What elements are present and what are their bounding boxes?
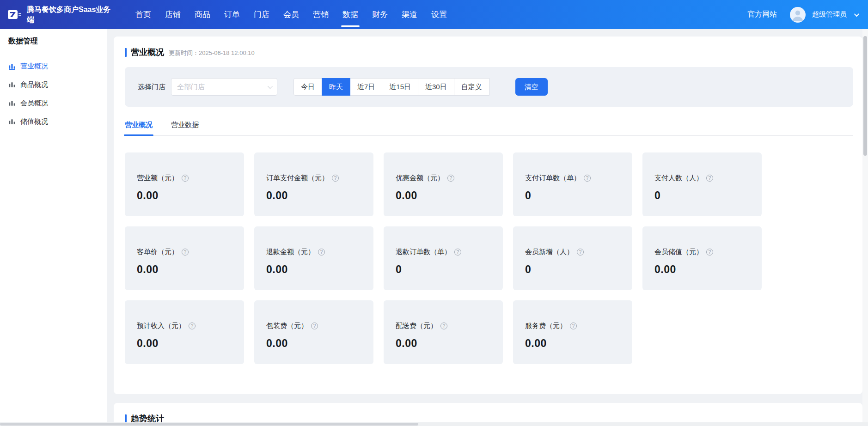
official-site-link[interactable]: 官方网站: [747, 10, 777, 19]
stat-label: 预计收入（元）: [137, 322, 185, 330]
avatar[interactable]: [790, 7, 806, 23]
stat-label-row: 营业额（元） ?: [137, 174, 236, 183]
stat-value: 0.00: [266, 337, 365, 350]
stat-value: 0: [396, 263, 495, 276]
stat-card: 会员储值（元） ? 0.00: [642, 226, 762, 290]
tab[interactable]: 营业概况: [125, 121, 153, 135]
date-range-button[interactable]: 自定义: [454, 78, 489, 96]
stat-label-row: 支付人数（人） ?: [654, 174, 753, 183]
stat-label: 包装费（元）: [266, 322, 308, 330]
clear-button[interactable]: 清空: [515, 78, 548, 96]
help-icon[interactable]: ?: [577, 249, 584, 256]
nav-item[interactable]: 营销: [313, 0, 329, 29]
help-icon[interactable]: ?: [332, 175, 339, 182]
sidebar-item[interactable]: 商品概况: [0, 75, 107, 94]
help-icon[interactable]: ?: [454, 249, 461, 256]
stat-label-row: 优惠金额（元） ?: [396, 174, 495, 183]
nav-item[interactable]: 店铺: [165, 0, 181, 29]
logo-icon: [7, 9, 22, 21]
help-icon[interactable]: ?: [447, 175, 454, 182]
horizontal-scrollbar-thumb[interactable]: [0, 423, 418, 426]
help-icon[interactable]: ?: [440, 323, 447, 329]
nav-item[interactable]: 商品: [195, 0, 210, 29]
stat-label: 支付订单数（单）: [525, 174, 581, 183]
help-icon[interactable]: ?: [706, 249, 713, 256]
nav-item-label: 首页: [135, 9, 151, 20]
stat-card: 支付订单数（单） ? 0: [513, 152, 632, 216]
nav-item[interactable]: 订单: [224, 0, 240, 29]
stat-label: 支付人数（人）: [654, 174, 703, 183]
overview-header: 营业概况 更新时间：2025-06-18 12:00:10: [114, 37, 862, 58]
stat-label: 会员新增（人）: [525, 248, 574, 256]
stat-card: 会员新增（人） ? 0: [513, 226, 632, 290]
title-accent-bar: [125, 414, 127, 423]
chevron-down-icon[interactable]: [854, 11, 859, 16]
help-icon[interactable]: ?: [706, 175, 713, 182]
store-select[interactable]: 全部门店: [171, 78, 277, 96]
user-icon: [790, 7, 806, 23]
help-icon[interactable]: ?: [311, 323, 318, 329]
stat-label: 配送费（元）: [396, 322, 437, 330]
stat-card: 支付人数（人） ? 0: [642, 152, 762, 216]
sidebar-item[interactable]: 营业概况: [0, 57, 107, 75]
stat-card: 退款金额（元） ? 0.00: [254, 226, 373, 290]
stat-label-row: 服务费（元） ?: [525, 322, 624, 330]
update-time-label: 更新时间：: [169, 49, 199, 56]
nav-item-label: 渠道: [402, 9, 417, 20]
stat-label-row: 会员储值（元） ?: [654, 248, 753, 256]
sidebar-item[interactable]: 储值概况: [0, 112, 107, 131]
help-icon[interactable]: ?: [182, 249, 189, 256]
nav-item-label: 订单: [224, 9, 240, 20]
date-range-label: 自定义: [461, 83, 482, 91]
divider: [8, 52, 98, 52]
date-range-group: 今日 昨天 近7日 近15日 近30日 自定义: [293, 78, 489, 96]
stat-value: 0.00: [266, 263, 365, 276]
sidebar-item-label: 商品概况: [20, 80, 48, 89]
sidebar-item[interactable]: 会员概况: [0, 94, 107, 112]
help-icon[interactable]: ?: [584, 175, 591, 182]
stat-value: 0: [654, 189, 753, 202]
stat-value: 0.00: [266, 189, 365, 202]
sidebar: 数据管理 营业概况 商品概况 会: [0, 29, 107, 426]
help-icon[interactable]: ?: [318, 249, 325, 256]
tab-label: 营业概况: [125, 121, 153, 128]
brand: 腾马餐饮多商户Saas业务端: [7, 5, 112, 24]
nav-item[interactable]: 财务: [372, 0, 388, 29]
stat-card: 预计收入（元） ? 0.00: [125, 300, 244, 364]
tab[interactable]: 营业数据: [171, 121, 199, 135]
stat-value: 0.00: [396, 189, 495, 202]
user-name[interactable]: 超级管理员: [812, 10, 847, 19]
navbar-right: 官方网站 超级管理员: [747, 7, 868, 23]
date-range-button[interactable]: 今日: [293, 78, 322, 96]
stat-label-row: 退款金额（元） ?: [266, 248, 365, 256]
help-icon[interactable]: ?: [189, 323, 196, 329]
vertical-scrollbar-track: [862, 29, 868, 426]
nav-item[interactable]: 会员: [283, 0, 299, 29]
stat-label: 营业额（元）: [137, 174, 178, 183]
nav-item[interactable]: 门店: [254, 0, 269, 29]
date-range-label: 近7日: [357, 83, 375, 91]
date-range-button[interactable]: 昨天: [322, 78, 350, 96]
help-icon[interactable]: ?: [570, 323, 577, 329]
nav-item-label: 会员: [283, 9, 299, 20]
date-range-button[interactable]: 近30日: [418, 78, 454, 96]
stat-label: 订单支付金额（元）: [266, 174, 329, 183]
brand-title: 腾马餐饮多商户Saas业务端: [27, 5, 112, 24]
stat-card: 优惠金额（元） ? 0.00: [384, 152, 503, 216]
stat-label-row: 配送费（元） ?: [396, 322, 495, 330]
date-range-button[interactable]: 近7日: [350, 78, 382, 96]
store-select-label: 选择门店: [138, 83, 165, 91]
stat-label: 退款金额（元）: [266, 248, 315, 256]
nav-item[interactable]: 渠道: [402, 0, 417, 29]
date-range-button[interactable]: 近15日: [382, 78, 418, 96]
vertical-scrollbar-thumb[interactable]: [863, 36, 867, 156]
stat-label-row: 退款订单数（单） ?: [396, 248, 495, 256]
main-content: 营业概况 更新时间：2025-06-18 12:00:10 选择门店 全部门店 …: [107, 29, 862, 422]
nav-item[interactable]: 首页: [135, 0, 151, 29]
help-icon[interactable]: ?: [182, 175, 189, 182]
nav-item[interactable]: 设置: [431, 0, 447, 29]
nav-item[interactable]: 数据: [342, 0, 358, 29]
nav-item-label: 门店: [254, 9, 269, 20]
nav-menu: 首页 店铺 商品 订单 门店 会员 营销 数据: [135, 0, 447, 29]
stat-value: 0: [525, 189, 624, 202]
